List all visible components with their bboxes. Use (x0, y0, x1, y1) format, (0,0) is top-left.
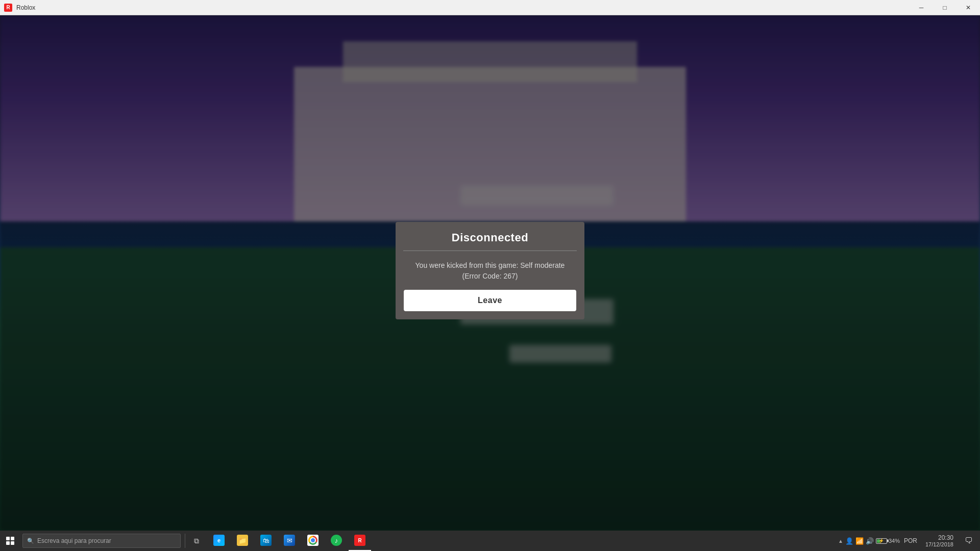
taskbar-app-explorer[interactable]: 📁 (231, 531, 254, 551)
internet-explorer-icon: e (213, 535, 225, 546)
taskbar-app-store[interactable]: 🛍 (255, 531, 277, 551)
volume-icon[interactable]: 🔊 (866, 537, 874, 545)
taskbar-right: ▲ 👤 📶 🔊 ⚡ 34% POR 20:30 17/12/2018 🗨 (838, 531, 980, 551)
mail-icon: ✉ (284, 535, 295, 546)
dialog-header: Disconnected (396, 222, 584, 251)
file-explorer-icon: 📁 (237, 535, 248, 546)
battery-percent-label: 34% (889, 538, 900, 544)
search-icon: 🔍 (27, 538, 34, 544)
message-line1: You were kicked from this game: Self mod… (415, 261, 565, 269)
taskbar-app-spotify[interactable]: ♪ (325, 531, 348, 551)
battery-bar: ⚡ (876, 538, 887, 544)
maximize-button[interactable]: □ (933, 0, 957, 15)
start-square-1 (6, 537, 10, 540)
start-square-3 (6, 541, 10, 545)
task-view-button[interactable]: ⧉ (187, 531, 206, 551)
microsoft-store-icon: 🛍 (260, 535, 272, 546)
search-placeholder: Escreva aqui para procurar (37, 537, 111, 544)
message-line2: (Error Code: 267) (462, 272, 518, 280)
battery-indicator[interactable]: ⚡ 34% (876, 538, 900, 544)
start-button[interactable] (0, 531, 20, 551)
clock-date: 17/12/2018 (925, 541, 953, 547)
taskbar-app-chrome[interactable] (302, 531, 324, 551)
start-square-4 (11, 541, 14, 545)
taskbar-app-roblox[interactable]: R (349, 531, 371, 551)
minimize-button[interactable]: ─ (910, 0, 933, 15)
dialog-title: Disconnected (452, 231, 528, 244)
tray-expand-button[interactable]: ▲ (838, 538, 843, 544)
dialog-body: You were kicked from this game: Self mod… (396, 251, 584, 290)
roblox-app-icon: R (4, 4, 12, 12)
title-bar: R Roblox ─ □ ✕ (0, 0, 980, 15)
network-icon[interactable]: 📶 (855, 537, 864, 545)
chrome-icon (307, 535, 318, 546)
disconnected-dialog: Disconnected You were kicked from this g… (396, 222, 584, 319)
system-clock[interactable]: 20:30 17/12/2018 (921, 534, 958, 547)
taskbar-apps: e 📁 🛍 ✉ ♪ R (206, 531, 838, 551)
start-square-2 (11, 537, 14, 540)
taskbar-app-ie[interactable]: e (208, 531, 230, 551)
roblox-icon: R (354, 535, 365, 546)
notification-button[interactable]: 🗨 (960, 531, 978, 551)
window-controls: ─ □ ✕ (910, 0, 980, 15)
windows-logo-icon (6, 537, 14, 545)
language-indicator[interactable]: POR (902, 537, 919, 544)
title-bar-left: R Roblox (0, 4, 35, 12)
taskbar-divider (185, 534, 185, 548)
window-title: Roblox (16, 4, 35, 11)
search-bar[interactable]: 🔍 Escreva aqui para procurar (22, 534, 181, 548)
taskbar: 🔍 Escreva aqui para procurar ⧉ e 📁 🛍 ✉ (0, 531, 980, 551)
taskbar-app-mail[interactable]: ✉ (278, 531, 301, 551)
people-icon[interactable]: 👤 (845, 537, 853, 545)
dialog-message: You were kicked from this game: Self mod… (406, 260, 574, 282)
dialog-footer: Leave (396, 290, 584, 319)
close-button[interactable]: ✕ (957, 0, 980, 15)
battery-charging-icon: ⚡ (878, 538, 884, 543)
leave-button[interactable]: Leave (404, 290, 576, 311)
clock-time: 20:30 (925, 534, 953, 541)
spotify-icon: ♪ (331, 535, 342, 546)
chrome-ring (308, 536, 317, 545)
